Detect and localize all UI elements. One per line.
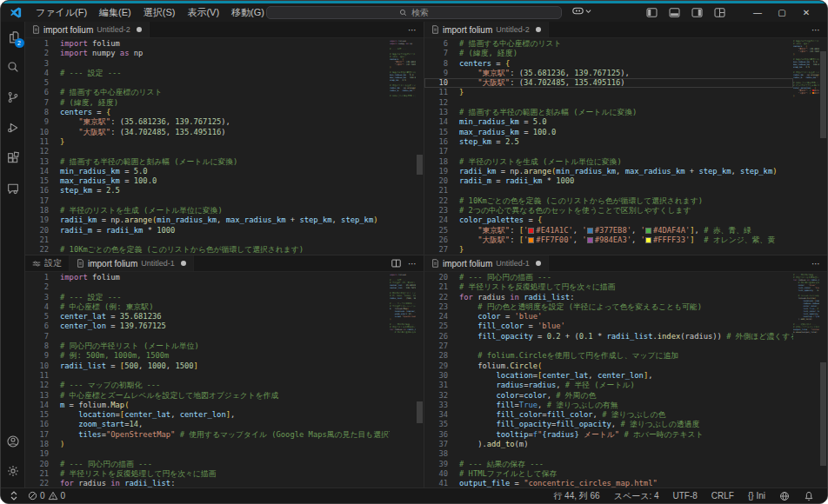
code-line[interactable]: 38 — [424, 449, 793, 459]
source-control-icon[interactable] — [3, 88, 23, 107]
code-line[interactable]: 8# 同心円の半径リスト (メートル単位) — [25, 342, 390, 351]
code-line[interactable]: 22for radius in radii_list: — [424, 293, 793, 302]
code-line[interactable]: 10 "大阪駅": (34.702485, 135.495116) — [424, 78, 793, 88]
code-line[interactable]: 15max_radius_km = 100.0 — [25, 176, 390, 186]
code-line[interactable]: 20# --- 同心円の描画 --- — [25, 460, 390, 469]
more-actions-icon[interactable]: ⋯ — [408, 259, 417, 269]
code-line[interactable]: 34 fill_color=fill_color, # 塗りつぶしの色 — [424, 410, 793, 420]
code-line[interactable]: 25 "東京駅": ['#E41A1C', '#377EB8', '#4DAF4… — [424, 226, 793, 235]
code-line[interactable]: 19radii_km = np.arange(min_radius_km, ma… — [424, 167, 793, 176]
account-icon[interactable] — [3, 432, 23, 451]
code-line[interactable]: 4# --- 設定 --- — [25, 69, 390, 78]
code-line[interactable]: 40# HTMLファイルとして保存 — [424, 469, 793, 479]
code-line[interactable]: 36 tooltip=f"{radius} メートル" # ホバー時のテキスト — [424, 430, 793, 440]
code-line[interactable]: 16step_km = 2.5 — [25, 186, 390, 196]
code-line[interactable]: 8centers = { — [25, 108, 390, 117]
code-line[interactable]: 19radii_km = np.arange(min_radius_km, ma… — [25, 216, 390, 225]
explorer-icon[interactable]: 2 — [3, 27, 23, 46]
code-line[interactable]: 18# 半径のリストを生成 (メートル単位に変換) — [424, 157, 793, 167]
code-line[interactable]: 23# 2つの中心で異なる色のセットを使うことで区別しやすくします — [424, 206, 793, 216]
code-line[interactable]: 4# 中心座標 (例: 東京駅) — [25, 302, 390, 312]
customize-layout-icon[interactable] — [714, 8, 725, 17]
search-input[interactable]: 検索 — [266, 6, 562, 19]
code-line[interactable]: 9# 例: 500m, 1000m, 1500m — [25, 351, 390, 361]
menu-view[interactable]: 表示(V) — [181, 4, 225, 21]
code-line[interactable]: 25 fill_color = 'blue' — [424, 322, 793, 331]
toggle-secondary-sidebar-icon[interactable] — [691, 8, 703, 17]
code-line[interactable]: 5 — [25, 78, 390, 88]
code-line[interactable]: 17 — [424, 147, 793, 156]
code-line[interactable]: 41output_file = "concentric_circles_map.… — [424, 479, 793, 487]
split-editor-icon[interactable] — [391, 259, 401, 268]
code-line[interactable]: 6center_lon = 139.767125 — [25, 322, 390, 331]
code-line[interactable]: 11} — [424, 88, 793, 97]
code-line[interactable]: 7# (緯度, 経度) — [424, 49, 793, 58]
code-editor[interactable]: 1import folium23# --- 設定 ---4# 中心座標 (例: … — [25, 272, 390, 487]
code-line[interactable]: 30 location=[center_lat, center_lon], — [424, 371, 793, 381]
code-line[interactable]: 3 — [25, 59, 390, 69]
copilot-menu[interactable] — [572, 6, 591, 16]
code-line[interactable]: 11} — [25, 137, 390, 147]
run-debug-icon[interactable] — [3, 118, 23, 137]
code-line[interactable]: 16step_km = 2.5 — [424, 137, 793, 147]
minimap[interactable]: import folium# --- 設定 ---# 中心座標 (例: 東京駅)… — [390, 272, 416, 487]
code-line[interactable]: 10radii_list = [500, 1000, 1500] — [25, 361, 390, 371]
code-line[interactable]: 24color_palettes = { — [424, 216, 793, 225]
eol-sequence[interactable]: CRLF — [707, 491, 738, 501]
tab-settings[interactable]: 設定 — [25, 255, 70, 271]
menu-file[interactable]: ファイル(F) — [30, 4, 93, 21]
code-editor[interactable]: 6# 描画する中心座標のリスト7# (緯度, 経度)8centers = {9 … — [424, 38, 793, 255]
code-line[interactable]: 17 — [25, 196, 390, 206]
code-line[interactable]: 35 fill_opacity=fill_opacity, # 塗りつぶしの透過… — [424, 420, 793, 429]
code-line[interactable]: 23 # 円の色と透明度を設定 (半径によって色を変えることも可能) — [424, 302, 793, 312]
tab-untitled-1[interactable]: import folium Untitled-1 — [424, 255, 549, 271]
settings-gear-icon[interactable] — [3, 461, 23, 481]
code-line[interactable]: 13# 中心座標とズームレベルを設定して地図オブジェクトを作成 — [25, 391, 390, 401]
code-line[interactable]: 24 color = 'blue' — [424, 312, 793, 322]
code-line[interactable]: 21 — [25, 235, 390, 245]
code-line[interactable]: 22for radius in radii_list: — [25, 479, 390, 487]
toggle-panel-icon[interactable] — [669, 8, 680, 17]
code-line[interactable]: 9 "東京駅": (35.681236, 139.767125), — [424, 69, 793, 78]
code-line[interactable]: 27 — [424, 342, 793, 351]
code-line[interactable]: 2import numpy as np — [25, 49, 390, 58]
code-line[interactable]: 27} — [424, 245, 793, 255]
code-line[interactable]: 19 — [25, 449, 390, 459]
code-line[interactable]: 29 folium.Circle( — [424, 361, 793, 371]
code-line[interactable]: 32 color=color, # 外周の色 — [424, 391, 793, 401]
code-line[interactable]: 13# 描画する半径の範囲と刻み幅 (メートルに変換) — [25, 157, 390, 167]
more-actions-icon[interactable]: ⋯ — [811, 25, 820, 35]
code-line[interactable]: 7# (緯度, 経度) — [25, 98, 390, 108]
code-line[interactable]: 14min_radius_km = 5.0 — [424, 117, 793, 127]
encoding[interactable]: UTF-8 — [669, 491, 702, 501]
code-line[interactable]: 3# --- 設定 --- — [25, 293, 390, 302]
menu-selection[interactable]: 選択(S) — [137, 4, 182, 21]
code-line[interactable]: 11 — [25, 371, 390, 381]
code-line[interactable]: 28 # folium.Circleを使用して円を作成し、マップに追加 — [424, 351, 793, 361]
code-line[interactable]: 12 — [424, 98, 793, 108]
code-line[interactable]: 21 — [424, 186, 793, 196]
remote-indicator[interactable] — [4, 491, 23, 501]
code-line[interactable]: 15max_radius_km = 100.0 — [424, 128, 793, 137]
code-line[interactable]: 33 fill=True, # 塗りつぶしの有無 — [424, 401, 793, 410]
code-line[interactable]: 1import folium — [25, 39, 390, 49]
minimap[interactable]: # --- 同心円の描画 ---# 半径リストを反復処理して円を次々に描画for… — [793, 272, 819, 487]
chat-icon[interactable] — [3, 179, 23, 198]
language-mode[interactable]: {} Ini — [744, 491, 770, 501]
code-line[interactable]: 16 zoom_start=14, — [25, 420, 390, 429]
search-view-icon[interactable] — [3, 57, 23, 76]
cursor-position[interactable]: 行 44, 列 66 — [549, 490, 604, 502]
menu-go[interactable]: 移動(G) — [225, 4, 270, 21]
code-line[interactable]: 37 ).add_to(m) — [424, 440, 793, 449]
tab-untitled-2[interactable]: import folium Untitled-2 — [25, 22, 150, 37]
code-editor[interactable]: 1import folium2import numpy as np34# ---… — [25, 38, 390, 255]
code-line[interactable]: 22# 10Kmごとの色を定義 (このリストから色が循環して選択されます) — [424, 196, 793, 206]
tab-untitled-1[interactable]: import folium Untitled-1 — [70, 255, 194, 271]
menu-edit[interactable]: 編集(E) — [93, 4, 137, 21]
code-line[interactable]: 13# 描画する半径の範囲と刻み幅 (メートルに変換) — [424, 108, 793, 117]
code-line[interactable]: 18) — [25, 440, 390, 449]
code-line[interactable]: 9 "東京駅": (35.681236, 139.767125), — [25, 117, 390, 127]
code-line[interactable]: 26 "大阪駅": ['#FF7F00', '#984EA3', '#FFFF3… — [424, 235, 793, 245]
scrollbar[interactable] — [416, 38, 424, 255]
code-line[interactable]: 2 — [25, 282, 390, 292]
